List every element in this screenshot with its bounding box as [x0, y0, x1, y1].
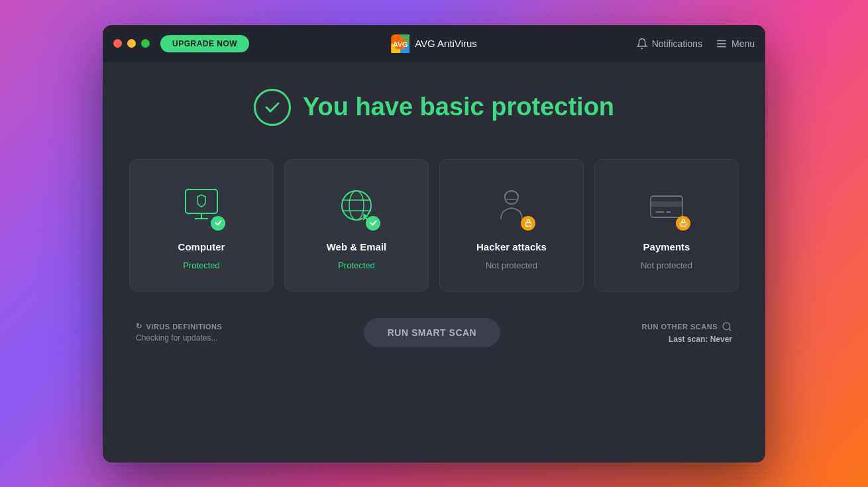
svg-point-13: [349, 191, 364, 220]
virus-definitions-section: ↻ VIRUS DEFINITIONS Checking for updates…: [136, 322, 222, 343]
svg-text:AVG: AVG: [393, 40, 408, 48]
computer-card[interactable]: Computer Protected: [129, 159, 274, 292]
svg-rect-9: [186, 189, 217, 213]
title-center: AVG AVG AntiVirus: [391, 34, 477, 53]
web-email-icon-container: [330, 180, 383, 233]
web-email-protected-badge: [366, 216, 380, 231]
hacker-attacks-card[interactable]: Hacker attacks Not protected: [439, 159, 584, 292]
computer-card-title: Computer: [178, 241, 225, 252]
title-bar: UPGRADE NOW AVG AVG AntiVirus Notificati…: [103, 25, 765, 62]
notifications-button[interactable]: Notifications: [636, 38, 702, 50]
menu-label: Menu: [732, 38, 755, 49]
menu-icon: [716, 38, 728, 50]
hacker-lock-badge: [521, 216, 535, 231]
status-checkmark-circle: [254, 89, 291, 126]
fullscreen-dot[interactable]: [141, 39, 150, 48]
payments-card[interactable]: Payments Not protected: [594, 159, 739, 292]
main-content: You have basic protection: [103, 62, 765, 462]
status-section: You have basic protection: [254, 89, 614, 126]
web-email-card-status: Protected: [338, 260, 375, 270]
web-email-card[interactable]: Web & Email Protected: [284, 159, 429, 292]
search-icon: [722, 321, 732, 332]
computer-card-status: Protected: [183, 260, 220, 270]
computer-icon-container: [175, 180, 228, 233]
virus-def-label: ↻ VIRUS DEFINITIONS: [136, 322, 222, 331]
run-smart-scan-button[interactable]: RUN SMART SCAN: [364, 318, 501, 347]
svg-line-25: [729, 329, 731, 331]
run-other-scans-section: RUN OTHER SCANS Last scan: Never: [642, 321, 732, 344]
checkmark-icon: [263, 98, 282, 117]
payments-lock-badge: [676, 216, 690, 231]
virus-def-status: Checking for updates...: [136, 333, 222, 343]
title-right-controls: Notifications Menu: [636, 38, 755, 50]
payments-card-title: Payments: [643, 241, 690, 252]
lock-icon: [524, 219, 533, 227]
badge-check-icon: [214, 219, 223, 227]
hacker-attacks-card-title: Hacker attacks: [476, 241, 547, 252]
close-dot[interactable]: [113, 39, 122, 48]
web-email-card-title: Web & Email: [327, 241, 387, 252]
protection-cards: Computer Protected: [129, 159, 739, 292]
lock-icon-2: [679, 219, 688, 227]
window-controls: [113, 39, 150, 48]
hacker-icon-container: [485, 180, 538, 233]
notifications-label: Notifications: [652, 38, 702, 49]
run-other-scans-button[interactable]: RUN OTHER SCANS: [642, 321, 732, 332]
minimize-dot[interactable]: [127, 39, 136, 48]
bottom-bar: ↻ VIRUS DEFINITIONS Checking for updates…: [129, 318, 739, 347]
badge-check-icon-2: [369, 219, 378, 227]
payments-icon-container: [640, 180, 693, 233]
computer-protected-badge: [211, 216, 225, 231]
app-window: UPGRADE NOW AVG AVG AntiVirus Notificati…: [103, 25, 765, 462]
status-title: You have basic protection: [303, 93, 614, 121]
last-scan-text: Last scan: Never: [669, 335, 732, 344]
avg-logo-icon: AVG: [391, 34, 409, 53]
upgrade-now-button[interactable]: UPGRADE NOW: [160, 35, 249, 52]
payments-card-status: Not protected: [641, 260, 692, 270]
app-title: AVG AntiVirus: [415, 38, 477, 49]
svg-rect-18: [525, 223, 531, 227]
refresh-icon: ↻: [136, 322, 142, 331]
bell-icon: [636, 38, 648, 50]
svg-point-24: [723, 323, 730, 330]
svg-rect-20: [651, 201, 682, 207]
hacker-attacks-card-status: Not protected: [486, 260, 537, 270]
menu-button[interactable]: Menu: [716, 38, 755, 50]
svg-rect-23: [680, 223, 686, 227]
